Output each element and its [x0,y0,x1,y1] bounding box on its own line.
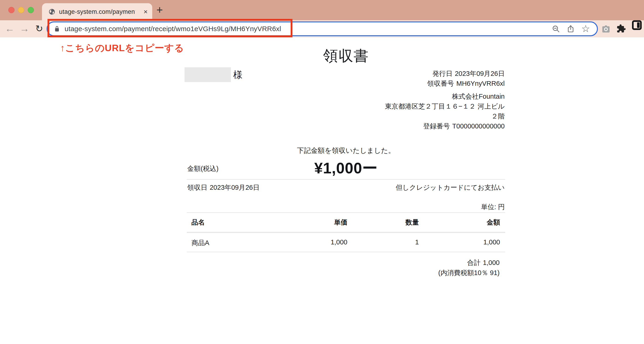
table-bottom-divider [187,252,505,252]
receipt-meta-block: 発行日2023年09月26日 領収番号MH6YnyVRR6xl [427,69,505,88]
receipt-statement: 下記金額を領収いたしました。 [187,146,505,155]
issue-date-line: 発行日2023年09月26日 [427,69,505,79]
header-amount: 金額 [487,218,500,227]
cell-amount: 1,000 [483,238,500,246]
share-icon[interactable] [566,25,575,33]
new-tab-button[interactable]: + [154,4,166,16]
recipient-row: 様 [184,67,242,82]
issuer-block: 株式会社Fountain 東京都港区芝２丁目１６−１２ 河上ビル ２階 登録番号… [385,91,505,131]
copy-url-annotation: ↑こちらのURLをコピーする [60,42,184,54]
registration-label: 登録番号 [423,122,450,130]
side-panel-icon[interactable] [632,20,642,30]
company-address-line2: ２階 [385,111,505,121]
received-date-value: 2023年09月26日 [210,184,260,191]
cell-item-name: 商品A [192,238,209,248]
registration-number-line: 登録番号T0000000000000 [385,121,505,131]
browser-toolbar: ← → ↻ utage-system.com/payment/receipt/w… [0,20,644,37]
page-content: ↑こちらのURLをコピーする 領収書 様 発行日2023年09月26日 領収番号… [0,37,644,344]
browser-window: utage-system.com/payment/re × + ← → ↻ ut… [0,0,644,344]
cell-unit-price: 1,000 [330,238,347,246]
company-name: 株式会社Fountain [385,91,505,101]
globe-favicon-icon [48,8,55,15]
header-item-name: 品名 [192,218,205,227]
recipient-honorific: 様 [233,68,242,81]
receipt-title: 領収書 [187,46,505,66]
bookmark-star-icon[interactable]: ☆ [581,24,590,34]
extensions-puzzle-icon[interactable] [616,24,626,34]
received-date-line: 領収日2023年09月26日 [187,183,260,192]
divider [187,179,505,180]
side-panel-icon-fill [637,22,640,28]
tab-title: utage-system.com/payment/re [59,8,135,15]
minimize-window-button[interactable] [18,7,24,13]
company-address-line1: 東京都港区芝２丁目１６−１２ 河上ビル [385,101,505,111]
cell-quantity: 1 [415,238,419,246]
total-line: 合計1,000 [467,258,500,268]
redacted-recipient-name [184,67,231,82]
receipt-number-value: MH6YnyVRR6xl [456,80,505,87]
total-label: 合計 [467,259,480,266]
fullscreen-window-button[interactable] [28,7,34,13]
address-bar[interactable]: utage-system.com/payment/receipt/wmo1eVG… [46,21,598,36]
back-icon[interactable]: ← [3,22,16,35]
issue-date-value: 2023年09月26日 [455,70,505,77]
close-window-button[interactable] [8,7,14,13]
receipt-number-label: 領収番号 [427,80,454,87]
unit-note: 単位: 円 [481,202,505,212]
receipt-number-line: 領収番号MH6YnyVRR6xl [427,79,505,88]
camera-extension-icon[interactable] [601,24,611,34]
refresh-icon[interactable]: ↻ [33,22,46,35]
forward-icon[interactable]: → [18,22,31,35]
total-value: 1,000 [483,259,500,266]
close-tab-icon[interactable]: × [144,8,148,15]
amount-value: ¥1,000ー [187,158,505,179]
tab-strip: utage-system.com/payment/re × + [0,0,644,20]
header-unit-price: 単価 [334,218,347,227]
lock-icon[interactable] [54,25,60,32]
payment-method-note: 但しクレジットカードにてお支払い [396,183,505,192]
registration-number-value: T0000000000000 [452,122,505,130]
receipt-document: 領収書 様 発行日2023年09月26日 領収番号MH6YnyVRR6xl 株式… [187,37,505,314]
tax-note: (内消費税額10％ 91) [438,268,500,278]
zoom-out-icon[interactable] [552,25,560,33]
received-date-label: 領収日 [187,184,207,191]
url-text[interactable]: utage-system.com/payment/receipt/wmo1eVG… [64,25,281,33]
header-quantity: 数量 [406,218,419,227]
browser-tab[interactable]: utage-system.com/payment/re × [42,3,152,20]
table-top-divider [187,212,505,213]
issue-date-label: 発行日 [432,70,452,77]
table-header-divider [187,232,505,233]
